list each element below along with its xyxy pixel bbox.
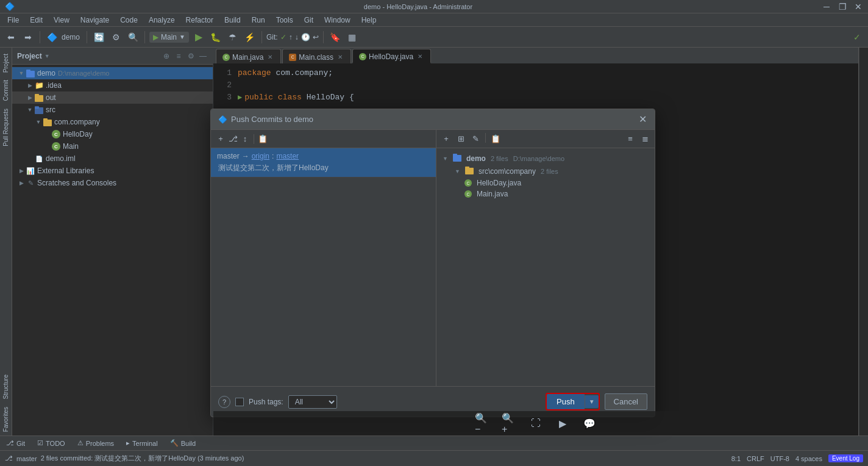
branch-remote-master[interactable]: master [276, 152, 299, 160]
bottom-tab-build[interactable]: 🔨 Build [168, 438, 198, 448]
sidebar-settings-btn[interactable]: ⚙ [186, 51, 196, 61]
tree-item-main[interactable]: C Main [12, 140, 213, 152]
modal-add-btn[interactable]: + [215, 133, 227, 145]
tree-item-iml[interactable]: 📄 demo.iml [12, 152, 213, 165]
modal-file-copy-btn[interactable]: 📋 [489, 133, 502, 145]
comment-btn[interactable]: 💬 [582, 416, 597, 431]
run-button[interactable]: ▶ [191, 30, 206, 45]
menu-analyze[interactable]: Analyze [144, 15, 180, 26]
toolbar-sync[interactable]: 🔄 [91, 30, 106, 45]
modal-collapse-all-btn[interactable]: ≡ [624, 133, 636, 145]
toolbar-layout[interactable]: ▦ [345, 30, 360, 45]
menu-view[interactable]: View [49, 15, 74, 26]
structure-tab-label[interactable]: Structure [1, 371, 10, 403]
tree-item-extlib[interactable]: ▶ 📊 External Libraries [12, 165, 213, 177]
file-tree-main-java[interactable]: C Main.java [440, 188, 651, 199]
push-dropdown-button[interactable]: ▼ [585, 395, 599, 408]
modal-rebase-btn[interactable]: ↕ [239, 133, 251, 145]
bottom-tab-problems[interactable]: ⚠ Problems [75, 438, 116, 448]
bottom-tab-git[interactable]: ⎇ Git [4, 438, 27, 448]
commit-item-1[interactable]: master → origin : master 测试提交第二次，新增了Hell… [211, 148, 436, 177]
help-button[interactable]: ? [218, 396, 230, 408]
modal-file-grid-btn[interactable]: ⊞ [455, 133, 467, 145]
tree-item-scratch[interactable]: ▶ ✎ Scratches and Consoles [12, 177, 213, 189]
event-log-button[interactable]: Event Log [828, 454, 863, 462]
zoom-in-btn[interactable]: 🔍+ [502, 416, 516, 431]
menu-navigate[interactable]: Navigate [76, 15, 114, 26]
run-config-dropdown-icon[interactable]: ▼ [179, 34, 185, 40]
toolbar-notification[interactable]: ✓ [850, 30, 864, 45]
profile-button[interactable]: ⚡ [243, 30, 257, 45]
menu-run[interactable]: Run [247, 15, 270, 26]
tree-item-company[interactable]: ▼ com.company [12, 116, 213, 128]
branch-remote-origin[interactable]: origin [252, 152, 269, 160]
tree-item-demo[interactable]: ▼ demo D:\manage\demo [12, 67, 213, 79]
tab-close-helloday[interactable]: ✕ [416, 52, 424, 61]
tab-helloday-java[interactable]: C HelloDay.java ✕ [352, 49, 431, 63]
file-tree-helloday[interactable]: C HelloDay.java [440, 177, 651, 188]
fullscreen-btn[interactable]: ⛶ [528, 416, 543, 431]
git-fetch-icon[interactable]: ↓ [295, 33, 299, 41]
presentation-btn[interactable]: ▶ [555, 416, 570, 431]
menu-build[interactable]: Build [219, 15, 246, 26]
modal-branch-btn[interactable]: ⎇ [227, 133, 239, 145]
minimize-button[interactable]: ─ [822, 2, 831, 12]
tree-item-out[interactable]: ▶ out [12, 91, 213, 104]
git-clock-icon[interactable]: 🕐 [301, 33, 310, 41]
modal-file-edit-btn[interactable]: ✎ [469, 133, 482, 145]
menu-file[interactable]: File [2, 15, 24, 26]
push-tags-select[interactable]: All None [288, 395, 337, 409]
push-button[interactable]: Push [547, 394, 585, 409]
sidebar-dropdown-icon[interactable]: ▼ [44, 53, 50, 59]
status-position[interactable]: 8:1 [731, 455, 741, 462]
modal-log-btn[interactable]: 📋 [257, 133, 269, 145]
toolbar-bookmark[interactable]: 🔖 [328, 30, 343, 45]
sidebar-close-btn[interactable]: — [198, 51, 208, 61]
toolbar-search[interactable]: 🔍 [126, 30, 140, 45]
menu-refactor[interactable]: Refactor [181, 15, 218, 26]
pull-requests-tab-label[interactable]: Pull Requests [1, 105, 10, 150]
tree-item-idea[interactable]: ▶ 📁 .idea [12, 79, 213, 91]
git-undo-icon[interactable]: ↩ [313, 33, 319, 41]
menu-window[interactable]: Window [319, 15, 355, 26]
sidebar-collapse-btn[interactable]: ≡ [174, 51, 183, 61]
menu-help[interactable]: Help [357, 15, 382, 26]
tab-main-class[interactable]: C Main.class ✕ [282, 49, 351, 63]
close-button[interactable]: ✕ [853, 2, 863, 12]
tab-main-java[interactable]: C Main.java ✕ [216, 49, 281, 63]
toolbar-settings[interactable]: ⚙ [108, 30, 123, 45]
commit-tab-label[interactable]: Commit [1, 76, 10, 104]
menu-tools[interactable]: Tools [271, 15, 298, 26]
menu-code[interactable]: Code [115, 15, 143, 26]
file-tree-demo[interactable]: ▼ demo 2 files D:\manage\demo [440, 152, 651, 165]
favorites-tab-label[interactable]: Favorites [1, 403, 10, 436]
restore-button[interactable]: ❐ [838, 2, 847, 12]
menu-git[interactable]: Git [299, 15, 318, 26]
tree-item-helloday[interactable]: C HelloDay [12, 128, 213, 140]
cancel-button[interactable]: Cancel [605, 393, 647, 410]
git-branch-status[interactable]: master [16, 455, 37, 462]
modal-file-add-btn[interactable]: + [440, 133, 452, 145]
toolbar-nav-back[interactable]: ⬅ [4, 30, 18, 45]
toolbar-nav-forward[interactable]: ➡ [21, 30, 35, 45]
modal-close-button[interactable]: ✕ [638, 115, 647, 124]
zoom-out-btn[interactable]: 🔍− [475, 416, 489, 431]
modal-expand-all-btn[interactable]: ≣ [639, 133, 651, 145]
coverage-button[interactable]: ☂ [226, 30, 240, 45]
status-crlf[interactable]: CRLF [747, 455, 764, 462]
toolbar-project-icon[interactable]: 🔷 [44, 30, 59, 45]
file-tree-src[interactable]: ▼ src\com\company 2 files [440, 165, 651, 177]
bottom-tab-todo[interactable]: ☑ TODO [35, 438, 68, 448]
tab-close-main-java[interactable]: ✕ [266, 53, 274, 62]
menu-edit[interactable]: Edit [25, 15, 48, 26]
tree-item-src[interactable]: ▼ src [12, 104, 213, 116]
run-arrow-icon[interactable]: ▶ [238, 91, 242, 104]
project-tab-label[interactable]: Project [1, 50, 10, 76]
status-indent[interactable]: 4 spaces [795, 455, 822, 462]
debug-button[interactable]: 🐛 [208, 30, 223, 45]
bottom-tab-terminal[interactable]: ▸ Terminal [124, 438, 160, 448]
push-tags-checkbox[interactable] [235, 398, 244, 406]
status-charset[interactable]: UTF-8 [770, 455, 789, 462]
sidebar-locate-btn[interactable]: ⊕ [162, 51, 171, 61]
tab-close-main-class[interactable]: ✕ [336, 53, 344, 62]
